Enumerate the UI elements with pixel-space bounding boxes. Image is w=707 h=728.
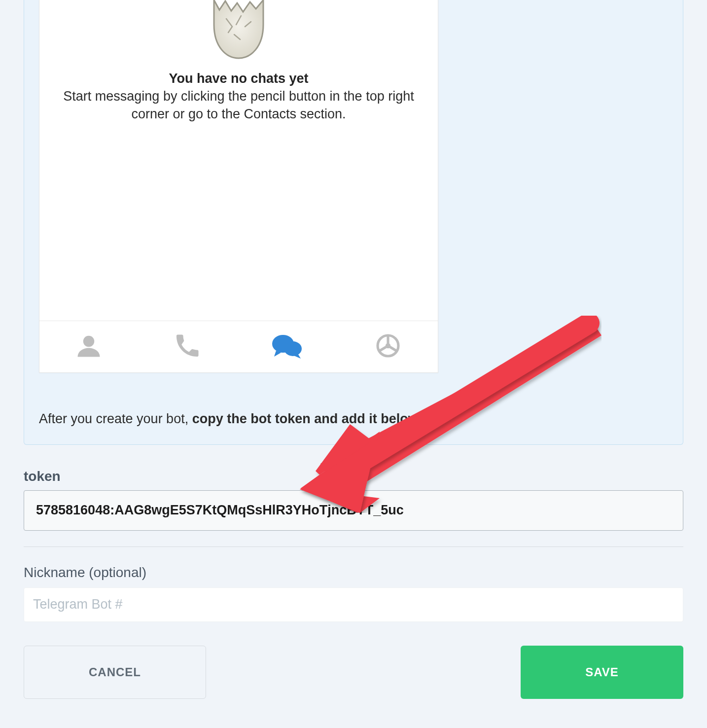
chats-tab-icon[interactable] (272, 333, 302, 361)
empty-state-description: Start messaging by clicking the pencil b… (62, 87, 415, 123)
svg-point-0 (83, 336, 95, 347)
form-area: token Nickname (optional) CANCEL SAVE (24, 469, 683, 699)
instruction-prefix: After you create your bot, (39, 411, 192, 426)
cracked-egg-icon (207, 0, 271, 59)
settings-tab-icon[interactable] (374, 332, 402, 362)
phone-tab-bar (39, 321, 438, 372)
cancel-button[interactable]: CANCEL (24, 646, 206, 699)
instruction-bold: copy the bot token and add it below (192, 411, 419, 426)
svg-point-2 (284, 341, 302, 356)
phone-mockup: You have no chats yet Start messaging by… (39, 0, 438, 373)
svg-line-7 (379, 346, 388, 351)
nickname-input[interactable] (24, 587, 683, 622)
svg-line-6 (388, 346, 397, 351)
divider (24, 546, 683, 547)
save-button[interactable]: SAVE (521, 646, 683, 699)
contacts-tab-icon[interactable] (75, 332, 102, 361)
token-input[interactable] (24, 490, 683, 531)
empty-state-title: You have no chats yet (62, 71, 415, 86)
instruction-text: After you create your bot, copy the bot … (39, 411, 668, 427)
phone-body: You have no chats yet Start messaging by… (39, 0, 438, 123)
calls-tab-icon[interactable] (175, 333, 200, 361)
instruction-suffix: . (419, 411, 423, 426)
button-row: CANCEL SAVE (24, 646, 683, 699)
info-panel: You have no chats yet Start messaging by… (24, 0, 683, 445)
nickname-label: Nickname (optional) (24, 565, 683, 581)
token-label: token (24, 469, 683, 484)
